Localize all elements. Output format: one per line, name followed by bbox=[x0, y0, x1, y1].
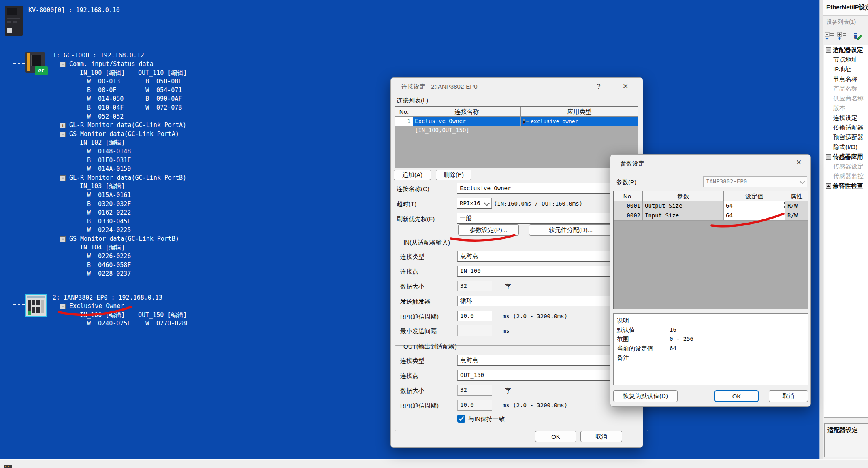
tree-label[interactable]: W 052-052 bbox=[87, 113, 124, 121]
tree-label[interactable]: OUT_150 [编辑] bbox=[138, 311, 187, 320]
tree-label[interactable]: W 0228-0237 bbox=[87, 270, 131, 279]
tree-label[interactable]: B 050-08F bbox=[145, 77, 182, 86]
minus-expander-icon[interactable]: − bbox=[826, 154, 831, 160]
tree-label[interactable]: W 0240-025F bbox=[87, 319, 145, 328]
out-rpi-input[interactable]: 10.0 bbox=[457, 400, 492, 411]
tree-label[interactable]: B 0330-045F bbox=[87, 217, 131, 226]
tree-label[interactable]: W 0224-0225 bbox=[87, 226, 131, 235]
tree-label[interactable]: W 00-013 bbox=[87, 77, 145, 86]
in-rpi-input[interactable]: 10.0 bbox=[457, 311, 492, 321]
tree-label[interactable]: W 0162-0222 bbox=[87, 208, 131, 217]
tree-label[interactable]: GL-R Monitor data(GC-Link PortB) bbox=[69, 174, 186, 183]
tree-label[interactable]: IN_103 [编辑] bbox=[80, 182, 125, 191]
minus-expander-icon[interactable]: − bbox=[60, 62, 66, 67]
tree-label[interactable]: W 0226-0226 bbox=[87, 252, 131, 261]
tree-label[interactable]: B 00-0F bbox=[87, 86, 145, 95]
sidebar-item-节点地址[interactable]: 节点地址 bbox=[824, 55, 868, 64]
param-value-input[interactable]: 64 bbox=[724, 211, 785, 221]
timeout-select[interactable]: RPI×16 bbox=[457, 198, 492, 209]
sidebar-item-传感器设定[interactable]: 传感器设定 bbox=[824, 162, 868, 171]
sidebar-item-兼容性检查[interactable]: +兼容性检查 bbox=[824, 181, 868, 191]
edit-device-icon[interactable] bbox=[853, 32, 863, 41]
minus-expander-icon[interactable]: − bbox=[826, 47, 831, 53]
tree-label[interactable]: GS Monitor data(GC-Link PortB) bbox=[69, 235, 179, 244]
expand-all-icon[interactable] bbox=[837, 32, 847, 41]
param-name: Input Size bbox=[643, 211, 724, 221]
tree-label[interactable]: W 014-050 bbox=[87, 95, 145, 104]
help-button[interactable]: ? bbox=[591, 80, 606, 93]
sidebar-item-IP地址[interactable]: IP地址 bbox=[824, 64, 868, 74]
in-data-size-input[interactable]: 32 bbox=[457, 281, 492, 291]
tree-label[interactable]: B 010-04F bbox=[87, 104, 145, 113]
tree-label[interactable]: W 0270-028F bbox=[145, 319, 189, 328]
tree-label[interactable]: W 0148-0148 bbox=[87, 147, 131, 156]
sidebar-item-传感器监控[interactable]: 传感器监控 bbox=[824, 171, 868, 181]
parameter-row[interactable]: 0001Output Size64R/W bbox=[614, 201, 808, 211]
gc1000-device-icon[interactable]: GC bbox=[25, 52, 45, 73]
ok-button[interactable]: OK bbox=[714, 390, 759, 402]
parameter-table[interactable]: No. 参数 设定值 属性 0001Output Size64R/W0002In… bbox=[613, 191, 808, 309]
sidebar-item-隐式(I/O)[interactable]: 隐式(I/O) bbox=[824, 142, 868, 152]
tree-label[interactable]: IN_100 [编辑] bbox=[80, 311, 138, 320]
parameter-settings-button[interactable]: 参数设定(P)... bbox=[458, 224, 519, 236]
minus-expander-icon[interactable]: − bbox=[60, 236, 66, 242]
device-list-tab[interactable]: 设备列表(1) bbox=[826, 19, 856, 26]
tree-label[interactable]: GS Monitor data(GC-Link PortA) bbox=[69, 130, 179, 139]
tree-label[interactable]: B 01F0-031F bbox=[87, 156, 131, 165]
sidebar-item-节点名称[interactable]: 节点名称 bbox=[824, 74, 868, 84]
tree-label[interactable]: B 090-0AF bbox=[145, 95, 182, 104]
device-assignment-button[interactable]: 软元件分配(D)... bbox=[529, 224, 612, 236]
connection-list-table[interactable]: No. 连接名称 应用类型 1 Exclusive Owner [IN_100,… bbox=[395, 106, 638, 168]
tree-label[interactable]: GL-R Monitor data(GC-Link PortA) bbox=[69, 121, 186, 130]
param-value-input[interactable]: 64 bbox=[724, 201, 785, 211]
minus-expander-icon[interactable]: − bbox=[60, 175, 66, 181]
out-data-size-label: 数据大小 bbox=[400, 387, 424, 395]
sidebar-item-连接设定[interactable]: 连接设定 bbox=[824, 113, 868, 123]
tree-label[interactable]: IN_102 [编辑] bbox=[80, 138, 125, 147]
minus-expander-icon[interactable]: − bbox=[60, 304, 66, 309]
tree-label[interactable]: W 072-07B bbox=[145, 104, 182, 113]
sidebar-item-传输适配器[interactable]: 传输适配器 bbox=[824, 123, 868, 132]
tree-label[interactable]: Exclusive Owner bbox=[69, 302, 124, 311]
parameter-row[interactable]: 0002Input Size64R/W bbox=[614, 211, 808, 221]
out-data-size-input[interactable]: 32 bbox=[457, 385, 492, 396]
tree-label[interactable]: W 014A-0159 bbox=[87, 165, 131, 174]
cancel-button[interactable]: 取消 bbox=[580, 431, 622, 442]
sidebar-item-传感器应用[interactable]: −传感器应用 bbox=[824, 152, 868, 162]
tree-label[interactable]: B 0320-032F bbox=[87, 200, 131, 209]
gc-node-title[interactable]: 1: GC-1000 : 192.168.0.12 bbox=[53, 51, 187, 60]
sidebar-item-版本[interactable]: 版本 bbox=[824, 103, 868, 113]
add-button[interactable]: 追加(A) bbox=[394, 170, 431, 180]
close-icon[interactable]: ✕ bbox=[618, 80, 633, 93]
ianp-node-title[interactable]: 2: IANP3802-EP0 : 192.168.0.13 bbox=[53, 293, 189, 302]
tree-label[interactable]: IN_100 [编辑] bbox=[80, 69, 138, 78]
plus-expander-icon[interactable]: + bbox=[60, 123, 66, 128]
ianp3802-device-icon[interactable] bbox=[25, 294, 47, 317]
keep-same-as-in-checkbox[interactable] bbox=[457, 415, 465, 423]
collapse-all-icon[interactable] bbox=[825, 32, 834, 41]
kv8000-plc-icon[interactable] bbox=[5, 6, 23, 36]
ok-button[interactable]: OK bbox=[535, 431, 576, 442]
restore-default-button[interactable]: 恢复为默认值(D) bbox=[613, 390, 678, 402]
tree-label[interactable]: IN_104 [编辑] bbox=[80, 243, 125, 252]
in-min-interval-input[interactable]: — bbox=[457, 325, 492, 336]
tree-label[interactable]: OUT_110 [编辑] bbox=[138, 69, 187, 78]
delete-button[interactable]: 删除(E) bbox=[436, 170, 471, 180]
sidebar-item-预留适配器[interactable]: 预留适配器 bbox=[824, 132, 868, 142]
plus-expander-icon[interactable]: + bbox=[826, 183, 831, 189]
parameter-device-select[interactable]: IANP3802-EP0 bbox=[703, 176, 807, 187]
cancel-button[interactable]: 取消 bbox=[769, 390, 808, 402]
sidebar-item-产品名称[interactable]: 产品名称 bbox=[824, 84, 868, 94]
sidebar-item-供应商名称[interactable]: 供应商名称 bbox=[824, 94, 868, 103]
close-icon[interactable]: ✕ bbox=[791, 156, 806, 169]
sidebar-item-适配器设定[interactable]: −适配器设定 bbox=[824, 45, 868, 55]
tree-label[interactable]: W 054-071 bbox=[145, 86, 182, 95]
tree-label[interactable]: Comm. input/Status data bbox=[69, 60, 154, 69]
plc-node-label[interactable]: KV-8000[0] : 192.168.0.10 bbox=[28, 6, 120, 14]
minus-expander-icon[interactable]: − bbox=[60, 132, 66, 137]
tree-label[interactable]: W 015A-0161 bbox=[87, 191, 131, 200]
chevron-down-icon bbox=[800, 179, 805, 184]
table-row[interactable]: 1 Exclusive Owner [IN_100,OUT_150] exclu… bbox=[395, 117, 638, 126]
connection-name-label: 连接名称(C) bbox=[397, 185, 429, 193]
tree-label[interactable]: B 0460-058F bbox=[87, 261, 131, 270]
